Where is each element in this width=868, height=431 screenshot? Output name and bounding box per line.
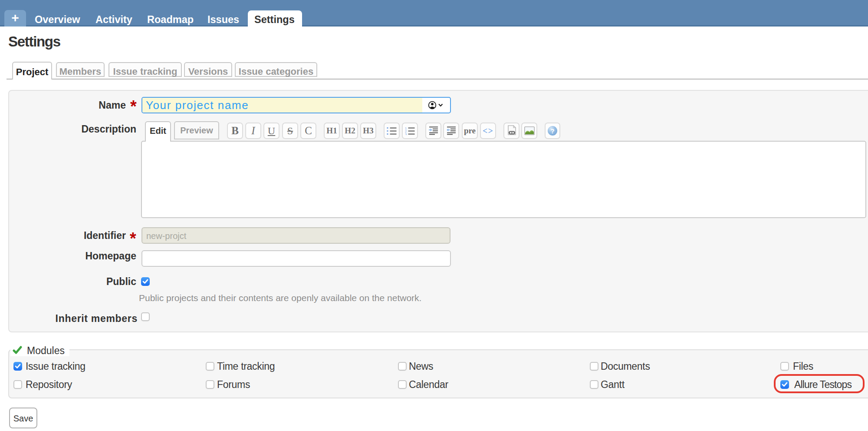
svg-text:?: ? [550,127,554,135]
svg-text:3: 3 [405,133,407,136]
